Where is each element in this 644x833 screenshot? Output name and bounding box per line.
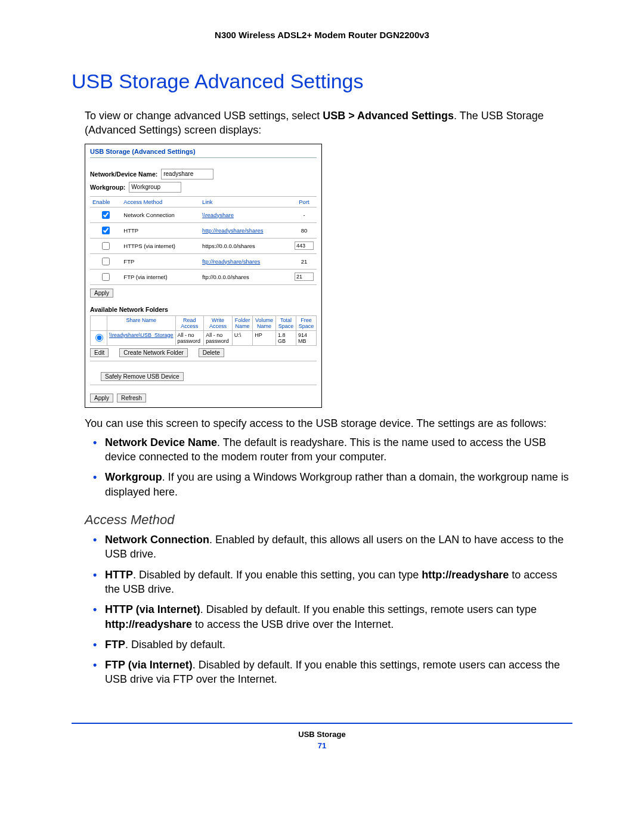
enable-checkbox[interactable] bbox=[102, 211, 110, 219]
col-method: Access Method bbox=[121, 196, 200, 207]
bullet-item: FTP. Disabled by default. bbox=[85, 637, 572, 652]
fcol-write: Write Access bbox=[204, 315, 233, 330]
bullet-item: Workgroup. If you are using a Windows Wo… bbox=[85, 470, 572, 499]
intro-text: To view or change advanced USB settings,… bbox=[85, 109, 572, 138]
document-header: N300 Wireless ADSL2+ Modem Router DGN220… bbox=[72, 30, 572, 40]
access-method: HTTPS (via internet) bbox=[121, 238, 200, 253]
access-row: Network Connection\\readyshare- bbox=[90, 207, 317, 222]
fcol-share: Share Name bbox=[107, 315, 176, 330]
fcol-total: Total Space bbox=[276, 315, 296, 330]
folders-table: Share Name Read Access Write Access Fold… bbox=[90, 315, 317, 346]
access-link[interactable]: http://readyshare/shares bbox=[202, 227, 263, 234]
bullet-item: Network Device Name. The default is read… bbox=[85, 435, 572, 465]
access-link: ftp://0.0.0.0/shares bbox=[200, 269, 292, 284]
col-port: Port bbox=[292, 196, 317, 207]
share-link[interactable]: \\readyshare\USB_Storage bbox=[109, 332, 174, 338]
access-method-heading: Access Method bbox=[85, 512, 572, 528]
settings-panel: USB Storage (Advanced Settings) Network/… bbox=[85, 144, 322, 408]
access-link[interactable]: ftp://readyshare/shares bbox=[202, 258, 260, 265]
access-method: FTP bbox=[121, 253, 200, 269]
safe-remove-button[interactable]: Safely Remove USB Device bbox=[101, 372, 184, 381]
enable-checkbox[interactable] bbox=[102, 227, 110, 234]
bullet-item: FTP (via Internet). Disabled by default.… bbox=[85, 658, 572, 687]
after-panel-text: You can use this screen to specify acces… bbox=[85, 416, 572, 431]
apply2-button[interactable]: Apply bbox=[90, 394, 113, 402]
section-title: USB Storage Advanced Settings bbox=[72, 70, 572, 93]
total-space: 1.8 GB bbox=[276, 330, 296, 345]
access-method: HTTP bbox=[121, 222, 200, 238]
apply-button[interactable]: Apply bbox=[90, 289, 113, 298]
access-row: FTP (via internet)ftp://0.0.0.0/shares bbox=[90, 269, 317, 284]
workgroup-label: Workgroup: bbox=[90, 184, 125, 191]
fcol-volume: Volume Name bbox=[253, 315, 276, 330]
device-name-input[interactable] bbox=[161, 169, 213, 179]
intro-path: USB > Advanced Settings bbox=[323, 110, 454, 122]
folder-name: U:\ bbox=[232, 330, 252, 345]
footer-page: 71 bbox=[72, 741, 572, 750]
enable-checkbox[interactable] bbox=[102, 258, 110, 265]
footer-section: USB Storage bbox=[72, 730, 572, 739]
fcol-folder: Folder Name bbox=[232, 315, 252, 330]
panel-title: USB Storage (Advanced Settings) bbox=[90, 148, 317, 155]
col-link: Link bbox=[200, 196, 292, 207]
access-table: Enable Access Method Link Port Network C… bbox=[90, 196, 317, 285]
folder-radio[interactable] bbox=[95, 334, 103, 342]
bullet-item: HTTP. Disabled by default. If you enable… bbox=[85, 568, 572, 597]
access-row: HTTPhttp://readyshare/shares80 bbox=[90, 222, 317, 238]
bullet-item: HTTP (via Internet). Disabled by default… bbox=[85, 602, 572, 631]
free-space: 914 MB bbox=[296, 330, 317, 345]
port-value: 80 bbox=[292, 222, 317, 238]
folders-heading: Available Network Folders bbox=[90, 306, 317, 313]
create-button[interactable]: Create Network Folder bbox=[119, 348, 188, 357]
enable-checkbox[interactable] bbox=[102, 273, 110, 281]
access-bullet-list: Network Connection. Enabled by default, … bbox=[85, 532, 572, 687]
bullet-item: Network Connection. Enabled by default, … bbox=[85, 532, 572, 562]
access-link[interactable]: \\readyshare bbox=[202, 212, 234, 218]
read-access: All - no password bbox=[175, 330, 204, 345]
volume-name: HP bbox=[253, 330, 276, 345]
port-value: 21 bbox=[292, 253, 317, 269]
delete-button[interactable]: Delete bbox=[199, 348, 224, 357]
port-input[interactable] bbox=[295, 272, 314, 281]
port-value: - bbox=[292, 207, 317, 222]
access-row: FTPftp://readyshare/shares21 bbox=[90, 253, 317, 269]
fcol-free: Free Space bbox=[296, 315, 317, 330]
refresh-button[interactable]: Refresh bbox=[117, 394, 146, 402]
device-name-label: Network/Device Name: bbox=[90, 171, 157, 178]
port-input[interactable] bbox=[295, 241, 314, 250]
intro-pre: To view or change advanced USB settings,… bbox=[85, 110, 323, 122]
col-enable: Enable bbox=[90, 196, 121, 207]
workgroup-input[interactable] bbox=[129, 182, 181, 193]
folder-row: \\readyshare\USB_StorageAll - no passwor… bbox=[91, 330, 317, 345]
main-bullet-list: Network Device Name. The default is read… bbox=[85, 435, 572, 499]
access-method: FTP (via internet) bbox=[121, 269, 200, 284]
access-method: Network Connection bbox=[121, 207, 200, 222]
edit-button[interactable]: Edit bbox=[90, 348, 109, 357]
fcol-read: Read Access bbox=[175, 315, 204, 330]
write-access: All - no password bbox=[204, 330, 233, 345]
enable-checkbox[interactable] bbox=[102, 242, 110, 250]
access-row: HTTPS (via internet)https://0.0.0.0/shar… bbox=[90, 238, 317, 253]
access-link: https://0.0.0.0/shares bbox=[200, 238, 292, 253]
